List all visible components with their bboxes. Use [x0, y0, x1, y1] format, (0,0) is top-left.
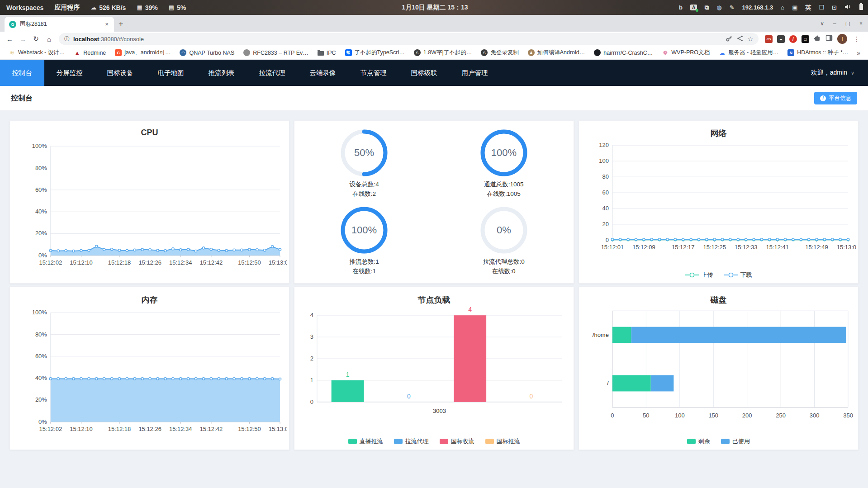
bookmark-item[interactable]: ◠QNAP Turbo NAS — [175, 48, 238, 57]
nav-item[interactable]: 分屏监控 — [44, 60, 95, 86]
phone-link-icon[interactable]: ❒ — [819, 4, 824, 11]
legend-item[interactable]: 上传 — [685, 271, 713, 279]
blocker-extension-icon[interactable]: / — [789, 35, 797, 43]
top-bar-left: Workspaces 应用程序 ☁ 526 KB/s ▦ 39% ▤ 5% — [0, 4, 402, 12]
nav-item[interactable]: 控制台 — [0, 60, 44, 86]
node-load-chart[interactable]: 0123410403003 — [294, 306, 574, 433]
tab-close-icon[interactable]: × — [104, 21, 109, 28]
bookmark-favicon — [243, 49, 250, 56]
network-chart[interactable]: 02040608010012015:12:0115:12:0915:12:171… — [579, 140, 858, 267]
address-bar[interactable]: ⓘ localhost:38080/#/console ☆ — [59, 33, 759, 45]
profile-avatar[interactable]: I — [837, 34, 847, 44]
share-icon[interactable] — [736, 35, 744, 43]
bookmark-favicon: ☁ — [719, 49, 726, 56]
bookmark-label: 如何编译Android… — [537, 49, 585, 57]
bookmark-item[interactable]: ≋Webstack - 设计… — [5, 47, 69, 58]
legend-item[interactable]: 国标推流 — [485, 437, 520, 445]
ip-address-label[interactable]: 192.168.1.3 — [742, 4, 773, 11]
volume-icon[interactable] — [844, 4, 851, 11]
nav-item[interactable]: 电子地图 — [146, 60, 196, 86]
bookmark-item[interactable]: S免登录复制 — [477, 47, 523, 58]
bookmark-item[interactable]: RFC2833 – RTP Ev… — [239, 48, 313, 57]
svg-text:15:13:02: 15:13:02 — [837, 244, 856, 251]
bookmark-item[interactable]: S1.8W字|了不起的… — [410, 47, 476, 58]
password-key-icon[interactable] — [726, 35, 733, 43]
nav-item[interactable]: 国标设备 — [95, 60, 146, 86]
bookmark-label: RFC2833 – RTP Ev… — [253, 50, 308, 56]
user-menu[interactable]: 欢迎，admin ∨ — [811, 60, 868, 86]
nav-item[interactable]: 节点管理 — [348, 60, 399, 86]
display-icon[interactable]: ⊡ — [832, 4, 837, 11]
minimize-icon[interactable]: – — [833, 20, 836, 27]
svg-text:15:12:34: 15:12:34 — [169, 259, 192, 266]
dashboard-content: CPU 0%20%40%60%80%100%15:12:0215:12:1015… — [0, 110, 868, 488]
browser-home-icon[interactable]: ⌂ — [43, 35, 55, 43]
back-icon[interactable]: ← — [4, 35, 16, 43]
bookmark-item[interactable]: hairrrrr/C-CrashC… — [590, 48, 657, 57]
new-tab-button[interactable]: + — [119, 19, 123, 29]
site-info-icon[interactable]: ⓘ — [64, 35, 70, 43]
nav-items: 控制台分屏监控国标设备电子地图推流列表拉流代理云端录像节点管理国标级联用户管理 — [0, 60, 500, 86]
bookmark-label: HDAtmos :: 种子 *… — [797, 49, 848, 57]
keyboard-indicator-icon[interactable]: A — [690, 5, 697, 10]
platform-info-button[interactable]: i 平台信息 — [814, 92, 857, 104]
bookmark-item[interactable]: ▲Redmine — [70, 48, 110, 57]
home-tray-icon[interactable]: ⌂ — [781, 4, 784, 11]
bookmark-item[interactable]: IPC — [313, 48, 340, 57]
svg-text:15:12:42: 15:12:42 — [200, 259, 223, 266]
svg-text:15:12:10: 15:12:10 — [70, 259, 92, 266]
bookmark-item[interactable]: 知了不起的TypeScri… — [341, 47, 409, 58]
network-chart-title: 网络 — [579, 128, 858, 140]
workspaces-button[interactable]: Workspaces — [6, 4, 43, 11]
userscript-extension-icon[interactable]: •• — [777, 35, 785, 43]
bookmark-star-icon[interactable]: ☆ — [747, 35, 753, 43]
legend-item[interactable]: 剩余 — [687, 437, 710, 445]
legend-item[interactable]: 拉流代理 — [394, 437, 429, 445]
maximize-icon[interactable]: ▢ — [845, 20, 850, 27]
legend-item[interactable]: 国标收流 — [440, 437, 474, 445]
bookmark-item[interactable]: ❁WVP-PRO文档 — [658, 47, 714, 58]
clock[interactable]: 1月10日 星期二 15：13 — [402, 4, 468, 12]
puzzle-icon[interactable] — [814, 34, 821, 43]
legend-item[interactable]: 直播推流 — [348, 437, 383, 445]
ring-caption: 在线数:2 — [339, 190, 389, 199]
side-panel-icon[interactable] — [825, 34, 833, 43]
pen-icon[interactable]: ✎ — [730, 4, 735, 11]
input-method-indicator[interactable]: 英 — [805, 4, 811, 12]
bookmark-item[interactable]: Cjava、android可… — [111, 47, 175, 58]
disk-chart[interactable]: 050100150200250300350/home/ — [579, 306, 858, 433]
reload-icon[interactable]: ↻ — [30, 35, 42, 43]
cpu-chart[interactable]: 0%20%40%60%80%100%15:12:0215:12:1015:12:… — [10, 140, 289, 283]
js-extension-icon[interactable]: JS — [765, 35, 773, 43]
close-icon[interactable]: × — [859, 20, 863, 27]
applications-button[interactable]: 应用程序 — [54, 4, 80, 12]
memory-chart[interactable]: 0%20%40%60%80%100%15:12:0215:12:1015:12:… — [10, 306, 289, 450]
nav-item[interactable]: 用户管理 — [450, 60, 500, 86]
bookmark-label: IPC — [327, 50, 336, 56]
bookmark-item[interactable]: ☁服务器 - 轻量应用… — [715, 47, 783, 58]
workspaces-tray-icon[interactable]: ▣ — [792, 4, 797, 11]
nav-item[interactable]: 国标级联 — [399, 60, 450, 86]
battery-icon[interactable] — [859, 3, 863, 12]
legend-item[interactable]: 下载 — [724, 271, 752, 279]
dark-extension-icon[interactable]: ▢ — [802, 35, 809, 43]
nav-item[interactable]: 推流列表 — [196, 60, 247, 86]
tab-search-icon[interactable]: ∨ — [820, 20, 824, 27]
forward-icon[interactable]: → — [17, 35, 29, 43]
node-load-legend: 直播推流拉流代理国标收流国标推流 — [294, 433, 574, 450]
legend-item[interactable]: 已使用 — [721, 437, 750, 445]
tray-ball-icon[interactable]: ◍ — [716, 4, 721, 11]
clipboard-icon[interactable]: ⧉ — [705, 4, 709, 11]
nav-item[interactable]: 拉流代理 — [247, 60, 298, 86]
browser-menu-icon[interactable]: ⋮ — [852, 35, 862, 43]
bookmarks-overflow-icon[interactable]: » — [853, 49, 864, 57]
nav-item[interactable]: 云端录像 — [298, 60, 348, 86]
svg-text:/: / — [607, 379, 609, 386]
svg-text:0: 0 — [530, 393, 533, 400]
green-status-dot — [696, 9, 698, 12]
bookmark-item[interactable]: ♟如何编译Android… — [524, 47, 589, 58]
bookmark-item[interactable]: NHDAtmos :: 种子 *… — [783, 47, 852, 58]
bing-tray-icon[interactable]: b — [679, 4, 683, 11]
browser-tab[interactable]: ✿ 国标28181 × — [5, 17, 114, 32]
svg-text:15:12:17: 15:12:17 — [672, 244, 694, 251]
